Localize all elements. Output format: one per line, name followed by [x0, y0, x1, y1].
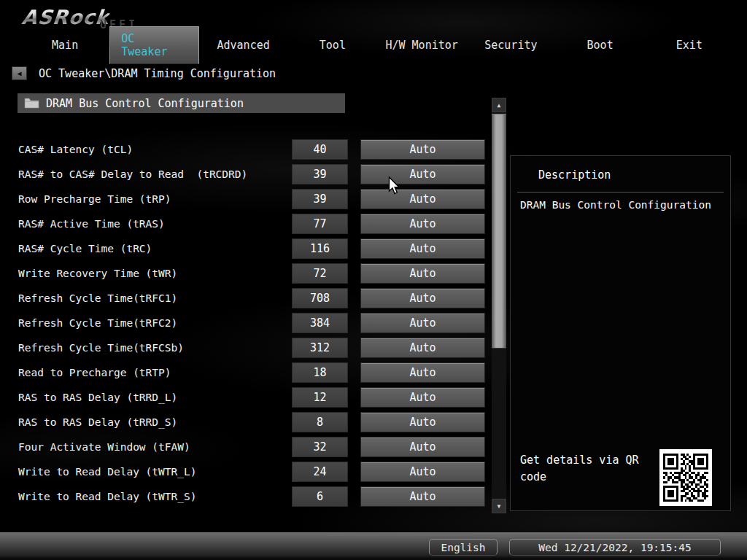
setting-option-button[interactable]: Auto [360, 462, 485, 482]
section-title: DRAM Bus Control Configuration [46, 97, 244, 110]
setting-option-button[interactable]: Auto [360, 263, 485, 284]
datetime-button[interactable]: Wed 12/21/2022, 19:15:45 [509, 539, 721, 556]
setting-row: Refresh Cycle Time(tRFC1)708Auto [0, 288, 487, 308]
tab-label: OC Tweaker [109, 26, 198, 64]
asrock-logo: ASRock [20, 6, 110, 28]
setting-label: CAS# Latency (tCL) [18, 139, 133, 160]
setting-label: Write to Read Delay (tWTR_L) [18, 462, 196, 482]
description-text: DRAM Bus Control Configuration [520, 199, 724, 211]
setting-label: RAS to RAS Delay (tRRD_S) [18, 412, 177, 432]
setting-value[interactable]: 312 [292, 338, 348, 358]
description-title: Description [538, 168, 611, 182]
setting-option-button[interactable]: Auto [360, 288, 485, 308]
tab-label: H/W Monitor [385, 39, 457, 52]
setting-value[interactable]: 708 [292, 288, 348, 308]
setting-row: RAS# to CAS# Delay to Read (tRCDRD)39Aut… [0, 164, 487, 184]
setting-value[interactable]: 24 [292, 462, 348, 482]
tab-advanced[interactable]: Advanced [199, 31, 288, 60]
setting-option-button[interactable]: Auto [360, 238, 485, 259]
setting-option-button[interactable]: Auto [360, 437, 485, 457]
setting-option-button[interactable]: Auto [360, 338, 485, 358]
setting-row: Write to Read Delay (tWTR_S)6Auto [0, 486, 487, 507]
setting-option-button[interactable]: Auto [360, 486, 485, 507]
setting-option-button[interactable]: Auto [360, 189, 485, 209]
setting-value[interactable]: 6 [292, 486, 348, 507]
setting-row: Refresh Cycle Time(tRFC2)384Auto [0, 313, 487, 333]
setting-label: RAS to RAS Delay (tRRD_L) [18, 387, 177, 408]
setting-value[interactable]: 12 [292, 387, 348, 408]
qr-hint-text: Get details via QR code [520, 452, 655, 486]
setting-value[interactable]: 32 [292, 437, 348, 457]
setting-value[interactable]: 77 [292, 214, 348, 234]
setting-row: RAS to RAS Delay (tRRD_L)12Auto [0, 387, 487, 408]
tab-label: Tool [320, 39, 346, 52]
setting-label: Write Recovery Time (tWR) [18, 263, 177, 284]
setting-label: Four Activate Window (tFAW) [18, 437, 190, 457]
setting-label: Refresh Cycle Time(tRFCSb) [18, 338, 184, 358]
scrollbar-thumb[interactable] [492, 114, 506, 349]
setting-option-button[interactable]: Auto [360, 412, 485, 432]
setting-value[interactable]: 39 [292, 189, 348, 209]
setting-label: Write to Read Delay (tWTR_S) [18, 486, 196, 507]
setting-value[interactable]: 384 [292, 313, 348, 333]
triangle-up-icon: ▲ [498, 102, 501, 109]
status-bar: English Wed 12/21/2022, 19:15:45 [0, 532, 747, 560]
setting-value[interactable]: 8 [292, 412, 348, 432]
setting-row: Refresh Cycle Time(tRFCSb)312Auto [0, 338, 487, 358]
setting-label: RAS# Cycle Time (tRC) [18, 238, 152, 259]
scrollbar[interactable]: ▲ ▼ [492, 98, 506, 513]
breadcrumb: OC Tweaker\DRAM Timing Configuration [39, 67, 276, 80]
tab-tool[interactable]: Tool [288, 31, 377, 60]
setting-option-button[interactable]: Auto [360, 214, 485, 234]
setting-value[interactable]: 40 [292, 139, 348, 160]
setting-row: Row Precharge Time (tRP)39Auto [0, 189, 487, 209]
setting-label: RAS# Active Time (tRAS) [18, 214, 165, 234]
setting-row: Four Activate Window (tFAW)32Auto [0, 437, 487, 457]
setting-label: Read to Precharge (tRTP) [18, 362, 171, 383]
setting-row: RAS# Active Time (tRAS)77Auto [0, 214, 487, 234]
setting-option-button[interactable]: Auto [360, 313, 485, 333]
datetime-label: Wed 12/21/2022, 19:15:45 [538, 542, 692, 553]
tab-oc-tweaker[interactable]: OC Tweaker [109, 31, 198, 60]
tab-label: Exit [676, 39, 703, 52]
tab-main[interactable]: Main [20, 31, 109, 60]
language-button[interactable]: English [429, 539, 498, 556]
tab-security[interactable]: Security [466, 31, 555, 60]
setting-row: RAS# Cycle Time (tRC)116Auto [0, 238, 487, 259]
tab-boot[interactable]: Boot [556, 31, 645, 60]
tab-label: Main [52, 39, 78, 52]
setting-value[interactable]: 18 [292, 362, 348, 383]
setting-row: CAS# Latency (tCL)40Auto [0, 139, 487, 160]
setting-option-button[interactable]: Auto [360, 362, 485, 383]
setting-option-button[interactable]: Auto [360, 164, 485, 184]
language-label: English [441, 542, 485, 553]
setting-label: Refresh Cycle Time(tRFC2) [18, 313, 177, 333]
scroll-down-button[interactable]: ▼ [492, 499, 506, 513]
triangle-down-icon: ▼ [498, 503, 501, 510]
tab-h-w-monitor[interactable]: H/W Monitor [377, 31, 466, 60]
folder-icon [24, 98, 39, 109]
setting-row: Read to Precharge (tRTP)18Auto [0, 362, 487, 383]
setting-option-button[interactable]: Auto [360, 387, 485, 408]
menu-tab-bar: MainOC TweakerAdvancedToolH/W MonitorSec… [20, 31, 734, 60]
setting-value[interactable]: 116 [292, 238, 348, 259]
setting-value[interactable]: 39 [292, 164, 348, 184]
bios-screen: ASRock UEFI MainOC TweakerAdvancedToolH/… [0, 0, 747, 560]
setting-option-button[interactable]: Auto [360, 139, 485, 160]
setting-label: RAS# to CAS# Delay to Read (tRCDRD) [18, 164, 247, 184]
description-panel: Description DRAM Bus Control Configurati… [510, 155, 731, 511]
scroll-up-button[interactable]: ▲ [492, 98, 506, 112]
tab-exit[interactable]: Exit [645, 31, 734, 60]
setting-value[interactable]: 72 [292, 263, 348, 284]
tab-label: Boot [587, 39, 614, 52]
setting-row: RAS to RAS Delay (tRRD_S)8Auto [0, 412, 487, 432]
tab-label: Security [484, 39, 537, 52]
setting-label: Refresh Cycle Time(tRFC1) [18, 288, 177, 308]
section-header-dram-bus-control[interactable]: DRAM Bus Control Configuration [18, 93, 345, 113]
setting-row: Write to Read Delay (tWTR_L)24Auto [0, 462, 487, 482]
arrow-left-icon: ◀ [17, 69, 21, 77]
setting-row: Write Recovery Time (tWR)72Auto [0, 263, 487, 284]
setting-label: Row Precharge Time (tRP) [18, 189, 171, 209]
qr-code [659, 449, 712, 506]
back-button[interactable]: ◀ [12, 66, 27, 80]
